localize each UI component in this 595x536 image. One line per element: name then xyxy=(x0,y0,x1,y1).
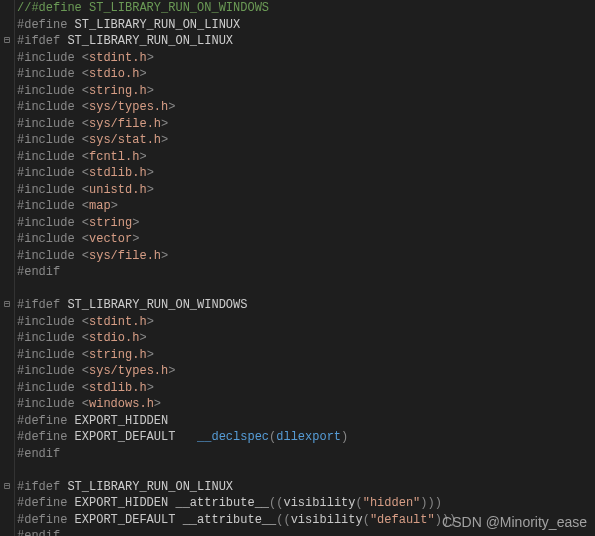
code-token: ( xyxy=(363,513,370,527)
code-token: unistd.h xyxy=(89,183,147,197)
code-line[interactable]: #include <string.h> xyxy=(17,347,456,364)
code-token: > xyxy=(139,331,146,345)
code-token: ST_LIBRARY_RUN_ON_WINDOWS xyxy=(67,298,247,312)
code-token: #define xyxy=(17,18,75,32)
code-token: stdio.h xyxy=(89,67,139,81)
code-line[interactable]: #ifdef ST_LIBRARY_RUN_ON_LINUX xyxy=(17,33,456,50)
code-token: EXPORT_HIDDEN xyxy=(75,414,169,428)
code-token: > xyxy=(147,348,154,362)
code-token: #include xyxy=(17,397,82,411)
code-line[interactable]: #endif xyxy=(17,528,456,536)
code-line[interactable]: #include <unistd.h> xyxy=(17,182,456,199)
code-token: ST_LIBRARY_RUN_ON_LINUX xyxy=(75,18,241,32)
code-token: #include xyxy=(17,150,82,164)
code-token: EXPORT_DEFAULT xyxy=(75,513,183,527)
code-line[interactable]: #include <stdlib.h> xyxy=(17,165,456,182)
code-token: < xyxy=(82,348,89,362)
code-token: "default" xyxy=(370,513,435,527)
code-line[interactable]: #ifdef ST_LIBRARY_RUN_ON_LINUX xyxy=(17,479,456,496)
code-line[interactable]: //#define ST_LIBRARY_RUN_ON_WINDOWS xyxy=(17,0,456,17)
code-token: < xyxy=(82,166,89,180)
code-line[interactable]: #define EXPORT_DEFAULT __declspec(dllexp… xyxy=(17,429,456,446)
code-token: #include xyxy=(17,84,82,98)
code-line[interactable]: #include <windows.h> xyxy=(17,396,456,413)
code-token: > xyxy=(147,315,154,329)
code-token: #endif xyxy=(17,529,60,536)
code-line[interactable]: #include <fcntl.h> xyxy=(17,149,456,166)
fold-toggle-icon[interactable]: ⊟ xyxy=(0,297,14,314)
code-token: > xyxy=(147,183,154,197)
code-token: ST_LIBRARY_RUN_ON_LINUX xyxy=(67,480,233,494)
code-token: > xyxy=(161,117,168,131)
code-line[interactable]: #include <sys/types.h> xyxy=(17,363,456,380)
code-token: #define xyxy=(17,513,75,527)
code-line[interactable]: #endif xyxy=(17,264,456,281)
code-token: > xyxy=(111,199,118,213)
fold-toggle-icon[interactable]: ⊟ xyxy=(0,33,14,50)
code-token: EXPORT_DEFAULT xyxy=(75,430,197,444)
code-line[interactable]: #include <sys/file.h> xyxy=(17,248,456,265)
code-token: "hidden" xyxy=(363,496,421,510)
code-token: ))) xyxy=(420,496,442,510)
code-token: #include xyxy=(17,232,82,246)
code-line[interactable]: #include <stdint.h> xyxy=(17,314,456,331)
code-line[interactable]: #include <stdio.h> xyxy=(17,330,456,347)
code-token: > xyxy=(168,364,175,378)
code-token: #include xyxy=(17,216,82,230)
code-token: #include xyxy=(17,381,82,395)
code-token: #include xyxy=(17,364,82,378)
code-token: < xyxy=(82,67,89,81)
code-token: #include xyxy=(17,117,82,131)
code-line[interactable]: #include <stdlib.h> xyxy=(17,380,456,397)
code-line[interactable]: #ifdef ST_LIBRARY_RUN_ON_WINDOWS xyxy=(17,297,456,314)
code-token: map xyxy=(89,199,111,213)
code-editor[interactable]: ··⊟···············⊟··········⊟··· //#def… xyxy=(0,0,595,536)
code-line[interactable]: #include <vector> xyxy=(17,231,456,248)
code-token: #include xyxy=(17,133,82,147)
code-line[interactable]: #define EXPORT_HIDDEN __attribute__((vis… xyxy=(17,495,456,512)
code-area[interactable]: //#define ST_LIBRARY_RUN_ON_WINDOWS#defi… xyxy=(15,0,456,536)
code-token: #include xyxy=(17,331,82,345)
code-token: < xyxy=(82,183,89,197)
code-token: #endif xyxy=(17,447,60,461)
code-line[interactable] xyxy=(17,462,456,479)
code-line[interactable]: #include <map> xyxy=(17,198,456,215)
code-token: < xyxy=(82,150,89,164)
code-token: < xyxy=(82,216,89,230)
code-token: #include xyxy=(17,67,82,81)
code-line[interactable]: #include <sys/types.h> xyxy=(17,99,456,116)
code-token: #include xyxy=(17,249,82,263)
code-token: < xyxy=(82,364,89,378)
code-line[interactable]: #define ST_LIBRARY_RUN_ON_LINUX xyxy=(17,17,456,34)
code-token: fcntl.h xyxy=(89,150,139,164)
code-token: #ifdef xyxy=(17,298,67,312)
code-token: #include xyxy=(17,51,82,65)
code-line[interactable]: #define EXPORT_DEFAULT __attribute__((vi… xyxy=(17,512,456,529)
code-line[interactable]: #define EXPORT_HIDDEN xyxy=(17,413,456,430)
code-token: #define xyxy=(17,414,75,428)
code-token: ))) xyxy=(435,513,457,527)
code-line[interactable]: #include <stdint.h> xyxy=(17,50,456,67)
code-line[interactable]: #include <sys/file.h> xyxy=(17,116,456,133)
code-token: #ifdef xyxy=(17,480,67,494)
code-token: #define xyxy=(17,430,75,444)
fold-toggle-icon[interactable]: ⊟ xyxy=(0,479,14,496)
code-token: __declspec xyxy=(197,430,269,444)
code-token: < xyxy=(82,117,89,131)
code-token: > xyxy=(161,133,168,147)
code-line[interactable] xyxy=(17,281,456,298)
code-line[interactable]: #include <stdio.h> xyxy=(17,66,456,83)
code-line[interactable]: #include <string> xyxy=(17,215,456,232)
code-token: #define xyxy=(17,496,75,510)
fold-gutter[interactable]: ··⊟···············⊟··········⊟··· xyxy=(0,0,15,536)
code-line[interactable]: #include <sys/stat.h> xyxy=(17,132,456,149)
code-token: < xyxy=(82,51,89,65)
code-token: #ifdef xyxy=(17,34,67,48)
code-token: < xyxy=(82,249,89,263)
code-token: //#define ST_LIBRARY_RUN_ON_WINDOWS xyxy=(17,1,269,15)
code-line[interactable]: #endif xyxy=(17,446,456,463)
code-token: string.h xyxy=(89,348,147,362)
code-token: #include xyxy=(17,199,82,213)
code-line[interactable]: #include <string.h> xyxy=(17,83,456,100)
code-token: stdlib.h xyxy=(89,166,147,180)
